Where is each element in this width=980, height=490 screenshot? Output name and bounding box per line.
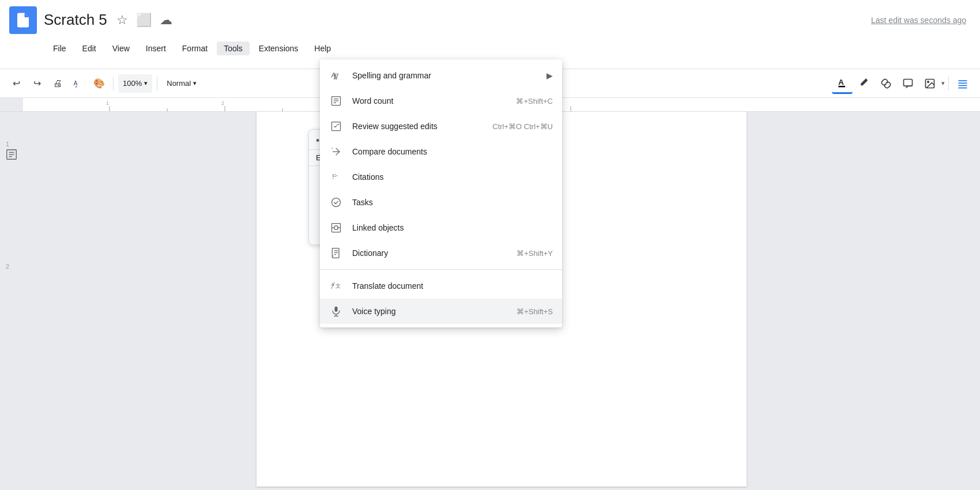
menu-item-dictionary[interactable]: Dictionary ⌘+Shift+Y xyxy=(320,240,562,266)
paint-format-button[interactable]: 🎨 xyxy=(90,74,108,93)
menu-help[interactable]: Help xyxy=(307,42,338,55)
tools-dropdown-menu: A Spelling and grammar ▶ Word count ⌘+Sh… xyxy=(320,59,562,327)
review-edits-shortcut: Ctrl+⌘O Ctrl+⌘U xyxy=(492,122,553,131)
dictionary-label: Dictionary xyxy=(352,248,507,258)
menu-insert[interactable]: Insert xyxy=(139,42,173,55)
menu-file[interactable]: File xyxy=(46,42,73,55)
review-edits-label: Review suggested edits xyxy=(352,122,483,131)
image-chevron-icon[interactable]: ▾ xyxy=(941,80,945,87)
review-edits-icon xyxy=(329,119,343,133)
star-icon[interactable]: ☆ xyxy=(116,13,128,28)
linked-objects-label: Linked objects xyxy=(352,223,553,232)
tasks-icon xyxy=(329,195,343,209)
last-edit-text: Last edit was seconds ago xyxy=(871,16,971,25)
svg-rect-11 xyxy=(959,85,967,86)
svg-text:A: A xyxy=(838,78,844,86)
font-color-button[interactable]: A xyxy=(832,73,853,94)
svg-point-44 xyxy=(334,226,338,230)
menu-extensions[interactable]: Extensions xyxy=(252,42,305,55)
voice-typing-label: Voice typing xyxy=(352,307,507,316)
top-bar: Scratch 5 ☆ ⬜ ☁ Last edit was seconds ag… xyxy=(0,0,980,69)
menu-item-word-count[interactable]: Word count ⌘+Shift+C xyxy=(320,88,562,114)
svg-text:1: 1 xyxy=(106,100,109,106)
doc-icon xyxy=(9,6,37,34)
doc-title: Scratch 5 xyxy=(44,11,107,29)
style-control[interactable]: Normal ▾ xyxy=(162,74,201,93)
title-icons: ☆ ⬜ ☁ xyxy=(116,13,172,28)
translate-label: Translate document xyxy=(352,281,553,291)
page-num-2: 2 xyxy=(6,263,9,270)
voice-typing-shortcut: ⌘+Shift+S xyxy=(517,307,553,316)
style-chevron-icon: ▾ xyxy=(193,80,197,87)
toolbar-sep-2 xyxy=(157,77,157,91)
word-count-shortcut: ⌘+Shift+C xyxy=(516,97,553,105)
citations-label: Citations xyxy=(352,172,553,182)
page-num-1: 1 xyxy=(6,141,9,148)
linked-objects-icon xyxy=(329,221,343,235)
redo-button[interactable]: ↪ xyxy=(28,74,46,93)
translate-icon: A 文 xyxy=(329,279,343,293)
menu-edit[interactable]: Edit xyxy=(76,42,103,55)
image-button[interactable] xyxy=(919,73,940,94)
svg-rect-5 xyxy=(838,86,845,88)
svg-point-8 xyxy=(928,81,929,82)
menu-item-voice-typing[interactable]: Voice typing ⌘+Shift+S xyxy=(320,299,562,324)
svg-rect-12 xyxy=(959,87,967,88)
svg-rect-45 xyxy=(332,248,339,258)
svg-rect-51 xyxy=(335,307,338,312)
right-toolbar: A ▾ xyxy=(832,73,973,94)
spelling-icon: A xyxy=(329,69,343,82)
svg-rect-9 xyxy=(959,80,967,81)
menu-item-compare[interactable]: Compare documents xyxy=(320,139,562,164)
menu-item-translate[interactable]: A 文 Translate document xyxy=(320,273,562,299)
left-margin: 1 2 xyxy=(0,112,23,490)
svg-text:A: A xyxy=(74,80,78,86)
svg-rect-10 xyxy=(959,82,967,84)
zoom-control[interactable]: 100% ▾ xyxy=(118,74,152,93)
page-numbers: 1 2 xyxy=(6,141,9,270)
dictionary-shortcut: ⌘+Shift+Y xyxy=(517,249,553,258)
toolbar-sep-right xyxy=(948,77,949,91)
voice-typing-icon xyxy=(329,304,343,318)
svg-point-42 xyxy=(332,198,341,207)
menu-item-linked-objects[interactable]: Linked objects xyxy=(320,215,562,240)
svg-text:2: 2 xyxy=(221,100,224,106)
compare-icon xyxy=(329,145,343,159)
folder-icon[interactable]: ⬜ xyxy=(136,13,152,28)
tasks-label: Tasks xyxy=(352,198,553,207)
menu-view[interactable]: View xyxy=(105,42,137,55)
print-button[interactable]: 🖨 xyxy=(48,74,67,93)
toolbar-sep-1 xyxy=(113,77,114,91)
link-button[interactable] xyxy=(876,73,896,94)
style-value: Normal xyxy=(167,79,191,88)
align-button[interactable] xyxy=(952,73,973,94)
svg-text:文: 文 xyxy=(336,283,341,289)
comment-button[interactable] xyxy=(898,73,918,94)
zoom-chevron-icon: ▾ xyxy=(144,80,148,87)
spelling-label: Spelling and grammar xyxy=(352,71,537,80)
dropdown-divider-1 xyxy=(320,269,562,270)
undo-button[interactable]: ↩ xyxy=(7,74,25,93)
spelling-arrow-icon: ▶ xyxy=(546,71,553,80)
ruler-left-pad xyxy=(0,98,23,111)
dictionary-icon xyxy=(329,246,343,260)
menu-format[interactable]: Format xyxy=(175,42,214,55)
cloud-icon[interactable]: ☁ xyxy=(160,13,172,28)
compare-label: Compare documents xyxy=(352,147,553,156)
zoom-value: 100% xyxy=(123,79,142,88)
menu-row: File Edit View Insert Format Tools Exten… xyxy=(0,37,980,59)
word-count-icon xyxy=(329,94,343,108)
svg-rect-6 xyxy=(904,79,913,86)
svg-text:"  ": " " xyxy=(332,174,338,180)
menu-tools[interactable]: Tools xyxy=(217,42,250,55)
menu-item-citations[interactable]: " " Citations xyxy=(320,164,562,190)
menu-item-spelling[interactable]: A Spelling and grammar ▶ xyxy=(320,63,562,88)
word-count-label: Word count xyxy=(352,96,507,105)
highlight-button[interactable] xyxy=(854,73,875,94)
menu-item-review-edits[interactable]: Review suggested edits Ctrl+⌘O Ctrl+⌘U xyxy=(320,114,562,139)
menu-item-tasks[interactable]: Tasks xyxy=(320,190,562,215)
title-row: Scratch 5 ☆ ⬜ ☁ Last edit was seconds ag… xyxy=(0,0,980,37)
spellcheck-button[interactable]: A xyxy=(69,74,88,93)
citations-icon: " " xyxy=(329,170,343,184)
